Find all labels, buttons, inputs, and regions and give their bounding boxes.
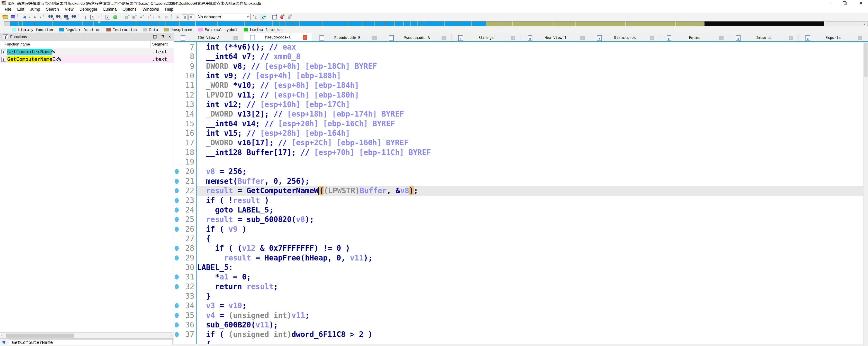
tab-pseudocode-b[interactable]: Pseudocode-B✕ <box>313 34 382 41</box>
panel-maximize-icon[interactable] <box>152 34 157 39</box>
quick-decompile-icon[interactable] <box>260 14 266 21</box>
menu-jump[interactable]: Jump <box>27 6 43 13</box>
scroll-right-icon[interactable]: › <box>171 333 172 338</box>
search-immediate-icon[interactable] <box>62 14 69 21</box>
debugger-start-icon[interactable] <box>175 14 181 21</box>
column-separator[interactable] <box>150 41 151 48</box>
menu-windows[interactable]: Windows <box>140 6 162 13</box>
code-text: result = HeapFree(hHeap, 0, v11); <box>197 253 373 263</box>
bookmarks-icon[interactable] <box>271 14 278 21</box>
panel-close-icon[interactable]: ✕ <box>167 34 172 39</box>
navigation-band[interactable] <box>4 21 824 26</box>
menu-lumina[interactable]: Lumina <box>100 6 120 13</box>
search-next-icon[interactable] <box>70 14 77 21</box>
make-name-icon[interactable] <box>138 14 144 21</box>
close-button[interactable]: ✕ <box>857 0 866 6</box>
close-tab-icon[interactable]: ✕ <box>719 36 723 40</box>
undefine-icon[interactable] <box>163 14 169 21</box>
close-tab-icon[interactable]: ✕ <box>650 36 654 40</box>
make-code-icon[interactable] <box>123 14 130 21</box>
open-file-icon[interactable] <box>2 14 9 21</box>
tab-pseudocode-a[interactable]: Pseudocode-A✕ <box>382 34 452 41</box>
add-breakpoint-icon[interactable] <box>279 14 285 21</box>
debugger-select[interactable]: No debugger ∨ <box>196 14 251 21</box>
menu-edit[interactable]: Edit <box>14 6 27 13</box>
debugger-stop-icon[interactable] <box>188 14 194 20</box>
navigate-forward-icon[interactable]: ► <box>32 14 38 21</box>
code-hscrollbar[interactable] <box>174 344 864 346</box>
close-tab-icon[interactable]: ✕ <box>511 36 516 40</box>
restore-button[interactable] <box>840 0 849 6</box>
tab-exports[interactable]: ▦Exports✕ <box>799 34 868 41</box>
column-function-name[interactable]: Function name <box>4 42 30 47</box>
close-tab-icon[interactable]: ✕ <box>372 36 377 40</box>
jump-to-address-icon[interactable]: ↓ <box>82 14 89 21</box>
code-text: if ( (v12 & 0x7FFFFFFF) != 0 ) <box>197 243 350 253</box>
tab-strings[interactable]: sStrings✕ <box>452 34 521 41</box>
close-tab-icon[interactable]: ✕ <box>234 36 238 40</box>
run-indicator-icon[interactable] <box>112 14 118 21</box>
code-text: { <box>197 340 211 344</box>
navband-stripe <box>576 22 576 26</box>
close-tab-icon[interactable]: ✕ <box>303 35 307 40</box>
menu-debugger[interactable]: Debugger <box>76 6 100 13</box>
scrollbar-thumb[interactable] <box>6 334 74 338</box>
close-tab-icon[interactable]: ✕ <box>858 36 862 40</box>
menu-search[interactable]: Search <box>43 6 62 13</box>
navband-stripe <box>675 22 676 26</box>
close-tab-icon[interactable]: ✕ <box>789 36 793 40</box>
column-segment[interactable]: Segment <box>152 42 167 47</box>
search-binary-icon[interactable] <box>47 14 54 21</box>
search-text-icon[interactable] <box>55 14 62 21</box>
functions-table-header[interactable]: Function name Segment <box>0 41 174 48</box>
produce-c-file-icon[interactable] <box>252 14 259 21</box>
make-data-icon[interactable] <box>131 14 137 21</box>
rename-icon[interactable] <box>89 14 96 21</box>
breakpoint-list-icon[interactable] <box>104 14 111 21</box>
delete-breakpoint-icon[interactable] <box>286 14 292 21</box>
debugger-pause-icon[interactable] <box>182 14 187 20</box>
save-icon[interactable] <box>9 14 16 21</box>
panel-float-icon[interactable] <box>159 34 165 39</box>
toolbar-grip[interactable] <box>1 22 3 26</box>
code-vscrollbar[interactable] <box>864 42 868 346</box>
edit-icon[interactable] <box>156 14 162 21</box>
navband-scale-dropdown[interactable]: ∨ <box>825 21 868 26</box>
functions-panel: f Functions ✕ Function name Segment fGet… <box>0 33 174 346</box>
function-row-getcomputernameexw[interactable]: fGetComputerNameExW.text <box>0 56 174 63</box>
tab-imports[interactable]: ▦Imports✕ <box>729 34 799 41</box>
minimize-button[interactable] <box>825 0 834 6</box>
menu-options[interactable]: Options <box>120 6 140 13</box>
back-history-dropdown-icon[interactable]: ▼ <box>28 14 31 21</box>
tab-pseudocode-c[interactable]: Pseudocode-C✕ <box>243 33 313 41</box>
scroll-left-icon[interactable]: ‹ <box>1 333 3 338</box>
pseudocode-tab-icon <box>389 35 394 41</box>
code-text: int v15; // [esp+28h] [ebp-164h] <box>197 129 350 138</box>
close-tab-icon[interactable]: ✕ <box>442 36 446 40</box>
code-text: LPVOID v11; // [esp+Ch] [ebp-180h] <box>197 90 359 100</box>
pseudocode-view[interactable]: 7 int (**v6)(); // eax8 __int64 v7; // x… <box>174 42 864 344</box>
forward-history-dropdown-icon[interactable]: ▼ <box>39 14 42 21</box>
string-type-dropdown-icon[interactable]: ▼ <box>152 14 155 21</box>
functions-hscrollbar[interactable]: ‹ › <box>0 333 174 339</box>
menu-file[interactable]: File <box>2 6 14 13</box>
menu-view[interactable]: View <box>62 6 76 13</box>
tab-hex-view-1[interactable]: 0Hex View-1✕ <box>521 34 591 41</box>
pseudocode-tab-icon <box>250 35 255 40</box>
scrollbar-thumb[interactable] <box>864 43 868 77</box>
tab-structures[interactable]: AStructures✕ <box>590 34 660 41</box>
make-string-icon[interactable] <box>145 14 152 21</box>
code-line: 25 result = sub_600820(v8); <box>174 215 864 224</box>
menu-help[interactable]: Help <box>162 6 176 13</box>
toolbar-grip[interactable] <box>1 27 3 32</box>
rename-dropdown-icon[interactable]: ▼ <box>97 14 99 21</box>
tab-enums[interactable]: EEnums✕ <box>660 34 730 41</box>
filter-input[interactable] <box>12 340 172 345</box>
navigate-back-icon[interactable]: ◄ <box>21 14 27 21</box>
line-number: 22 <box>176 186 194 196</box>
functions-panel-titlebar[interactable]: f Functions ✕ <box>0 33 174 41</box>
tab-ida-view-a[interactable]: IDA View-A✕ <box>174 34 243 41</box>
close-tab-icon[interactable]: ✕ <box>580 36 585 40</box>
function-row-getcomputernamew[interactable]: fGetComputerNameW.text <box>0 48 174 56</box>
filter-clear-icon[interactable]: ✖ <box>2 340 6 345</box>
